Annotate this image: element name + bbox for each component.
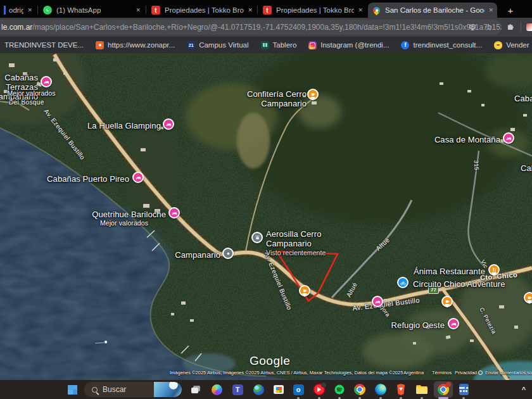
bookmark-label: Instagram (@trendi... xyxy=(320,41,389,49)
search-daily-image xyxy=(154,382,182,397)
running-dot xyxy=(421,397,423,399)
cafe-marker[interactable] xyxy=(524,292,532,303)
globe-app-icon[interactable] xyxy=(251,382,266,397)
lodging-marker[interactable] xyxy=(41,76,52,87)
facebook-icon: f xyxy=(401,41,409,49)
place-label-refugio-oeste[interactable]: Refugio Oeste xyxy=(365,320,445,330)
install-icon[interactable] xyxy=(468,20,477,35)
spotify-icon[interactable] xyxy=(332,382,347,397)
new-tab-icon[interactable]: + xyxy=(503,3,518,18)
url-bar[interactable]: le.com.ar/maps/place/San+Carlos+de+Baril… xyxy=(0,20,502,35)
tab-title: Propiedades | Tokko Broker xyxy=(276,6,354,14)
map-canvas[interactable]: Del Bosque Av. Ezequiel Bustillo Av. Eze… xyxy=(0,53,532,380)
teams-icon[interactable]: T xyxy=(230,382,245,397)
chrome-icon[interactable] xyxy=(352,382,367,397)
bicycle-marker[interactable] xyxy=(397,277,408,288)
file-explorer-icon[interactable] xyxy=(414,382,429,397)
bookmark-instagram[interactable]: Instagram (@trendi... xyxy=(305,40,392,51)
close-icon[interactable]: ✕ xyxy=(358,7,363,13)
cafe-marker[interactable] xyxy=(307,89,319,100)
gray-poi-marker-campanario[interactable] xyxy=(222,248,234,259)
bookmark-label: Vender xyxy=(506,41,529,49)
toolbar-separator xyxy=(521,22,521,32)
bookmark-vender[interactable]: Vender xyxy=(491,40,532,51)
windows-taskbar: Buscar T o ^ xyxy=(0,380,532,399)
tab-clipped[interactable]: odrigob ✕ xyxy=(0,3,36,18)
youtube-music-icon[interactable] xyxy=(312,382,327,397)
search-input[interactable]: Buscar xyxy=(84,382,182,397)
tab-whatsapp[interactable]: (1) WhatsApp ✕ xyxy=(39,3,144,18)
place-sub-label: Mejor valorados xyxy=(89,218,160,228)
bookmark-trendinvest[interactable]: TRENDINVEST DEVE... xyxy=(1,40,87,50)
star-icon[interactable]: ☆ xyxy=(484,20,493,35)
place-label-campanario[interactable]: Campanario xyxy=(151,250,220,260)
attribution-link-privacy[interactable]: Privacidad xyxy=(455,370,477,376)
close-icon[interactable]: ✕ xyxy=(136,7,141,13)
bookmark-campus-virtual[interactable]: 21Campus Virtual xyxy=(184,40,251,51)
close-icon[interactable]: ✕ xyxy=(27,7,32,13)
lodging-marker[interactable] xyxy=(448,318,459,329)
tab-tokko-2[interactable]: t Propiedades | Tokko Broker ✕ xyxy=(259,3,367,18)
lodging-marker[interactable] xyxy=(168,207,180,218)
bookmark-label: Tablero xyxy=(273,41,297,49)
task-view-icon[interactable] xyxy=(188,382,203,397)
tab-favicon-clipped xyxy=(4,6,6,15)
copilot-icon[interactable] xyxy=(209,382,224,397)
chrome-active-icon[interactable] xyxy=(434,381,453,398)
close-icon[interactable]: ✕ xyxy=(248,7,253,13)
edge-icon[interactable] xyxy=(373,382,388,397)
attribution-link-terms[interactable]: Términos xyxy=(432,370,452,376)
place-label-puerto-pireo[interactable]: Cabañas Puerto Pireo xyxy=(46,174,129,184)
place-label-quetrihue[interactable]: Quetrihue Bariloche xyxy=(71,210,166,219)
cafe-marker[interactable] xyxy=(441,296,453,307)
place-label-anima[interactable]: Ánima Restaurante xyxy=(403,267,485,276)
microsoft-store-icon[interactable] xyxy=(271,382,286,397)
bookmark-tablero[interactable]: Tablero xyxy=(258,40,300,51)
lodging-marker[interactable] xyxy=(503,132,514,144)
url-domain: le.com.ar xyxy=(1,23,32,32)
place-label-la-huella[interactable]: La Huella Glamping xyxy=(76,121,161,130)
gray-poi-marker-aerosilla[interactable] xyxy=(251,232,263,243)
tab-tokko-1[interactable]: t Propiedades | Tokko Broker ✕ xyxy=(148,3,256,18)
calculator-icon[interactable] xyxy=(456,382,471,397)
start-icon[interactable] xyxy=(65,382,80,397)
tokko-icon: t xyxy=(263,6,272,15)
restaurant-marker[interactable] xyxy=(488,264,500,276)
label-line: Campanario xyxy=(266,239,342,248)
tab-separator xyxy=(37,6,38,14)
bookmark-zonaprop[interactable]: https://www.zonapr... xyxy=(92,40,178,51)
browser-toolbar: le.com.ar/maps/place/San+Carlos+de+Baril… xyxy=(0,18,532,37)
cafe-marker[interactable] xyxy=(299,285,310,296)
bookmarks-bar: TRENDINVEST DEVE... https://www.zonapr..… xyxy=(0,37,532,53)
extensions-icon[interactable] xyxy=(506,20,515,35)
extension-avatar-clipped[interactable] xyxy=(526,20,532,35)
running-dot xyxy=(400,397,402,399)
google-watermark: Google xyxy=(250,354,290,368)
lodging-marker[interactable] xyxy=(163,118,174,130)
tab-title: odrigob xyxy=(9,6,23,14)
place-sub-label: Visto recientemente xyxy=(266,248,342,258)
search-icon xyxy=(92,387,98,393)
brave-icon[interactable] xyxy=(393,382,408,397)
lodging-marker[interactable] xyxy=(132,172,144,183)
close-icon[interactable]: ✕ xyxy=(488,7,493,13)
tab-active-maps[interactable]: San Carlos de Bariloche - Goog ✕ xyxy=(368,3,497,18)
bookmark-facebook[interactable]: ftrendinvest_consult... xyxy=(398,40,485,51)
bookmark-label: Campus Virtual xyxy=(199,41,248,49)
place-label-clipped: Cal xyxy=(521,163,532,173)
vender-icon xyxy=(494,41,502,49)
attribution-link-country[interactable]: Argentina xyxy=(403,370,424,376)
bookmark-label: trendinvest_consult... xyxy=(413,41,482,49)
attribution-link-feedback[interactable]: Enviar comentarios sob xyxy=(485,370,532,376)
label-line: Aerosilla Cerro xyxy=(266,229,342,239)
tab-separator xyxy=(257,6,258,14)
place-label-confiteria[interactable]: Confitería Cerro Campanario xyxy=(242,89,307,108)
place-sub-label: Mejor valorados xyxy=(1,89,61,98)
map-attribution: Imágenes ©2025 Airbus, Imágenes ©2025 Ai… xyxy=(170,370,403,376)
lodging-marker[interactable] xyxy=(372,296,383,307)
outlook-icon[interactable]: o xyxy=(291,382,306,397)
place-label-circuito-chico[interactable]: Circuito Chico Adventure xyxy=(413,279,514,289)
place-label-casa-de-montana[interactable]: Casa de Montaña xyxy=(421,135,500,144)
tray-chevron-icon[interactable]: ^ xyxy=(516,382,531,397)
place-label-aerosilla[interactable]: Aerosilla Cerro Campanario Visto recient… xyxy=(266,229,342,258)
